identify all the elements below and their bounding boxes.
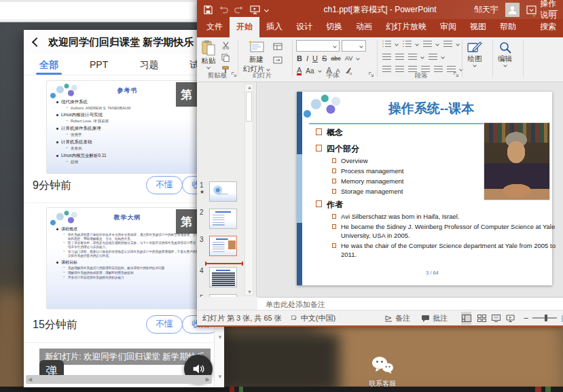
slide-sidebar-segment — [297, 154, 302, 223]
group-separator — [377, 40, 378, 77]
tab-design[interactable]: 设计 — [289, 17, 319, 37]
tell-me-search[interactable]: 操作说明搜索 — [532, 0, 563, 37]
numbering-icon[interactable] — [403, 41, 412, 48]
tab-home[interactable]: 开始 — [230, 17, 259, 37]
scrollbar-thumb[interactable] — [246, 92, 252, 122]
slide-sorter-view-button[interactable] — [477, 312, 487, 325]
slide-editing-area[interactable]: 操作系统--课本 概念 四个部分 Overview Process manage… — [257, 82, 563, 297]
normal-view-button[interactable] — [461, 312, 471, 325]
spellcheck-icon[interactable] — [291, 314, 297, 322]
account-name[interactable]: 邹天宇 — [474, 4, 498, 16]
tab-animations[interactable]: 动画 — [349, 17, 379, 37]
zoom-out-button[interactable]: − — [524, 313, 529, 323]
group-separator — [492, 40, 493, 77]
tell-me-label: 操作说明搜索 — [540, 0, 563, 33]
tab-help[interactable]: 帮助 — [493, 17, 523, 37]
undo-icon[interactable] — [219, 5, 228, 14]
text-direction-icon[interactable] — [443, 41, 452, 48]
character-spacing-button[interactable]: AV — [345, 55, 352, 62]
tab-file[interactable]: 文件 — [197, 17, 230, 37]
scroll-down-icon[interactable]: ▼ — [217, 374, 223, 380]
columns-icon[interactable] — [408, 54, 417, 60]
scroll-right-icon[interactable]: ▶ — [206, 376, 210, 382]
align-text-icon[interactable] — [429, 54, 437, 60]
current-slide[interactable]: 操作系统--课本 概念 四个部分 Overview Process manage… — [297, 92, 552, 285]
edit-button[interactable]: 编辑 — [498, 41, 512, 67]
thumb-number: 5★ — [200, 294, 209, 297]
scroll-down-icon[interactable]: ▼ — [247, 289, 252, 294]
wechat-contact-shortcut[interactable]: 联系客服 — [359, 356, 406, 389]
customize-qat-icon[interactable] — [264, 7, 269, 12]
slide-thumbnail-3-current[interactable] — [209, 236, 237, 256]
bullets-icon[interactable] — [382, 41, 391, 48]
slide-thumbnail-5[interactable] — [209, 294, 237, 297]
line-spacing-icon[interactable] — [423, 41, 432, 48]
slide-thumbnail-4[interactable] — [209, 267, 237, 287]
thumb-number: 2 — [200, 209, 209, 216]
scroll-down-icon[interactable]: ▼ — [217, 334, 223, 340]
dialog-launcher-icon[interactable] — [231, 71, 237, 77]
zoom-slider-thumb[interactable] — [545, 315, 547, 321]
slide-title[interactable]: 操作系统--课本 — [338, 100, 525, 118]
paste-button[interactable]: 粘贴 — [201, 40, 216, 69]
strip-segment — [239, 387, 243, 392]
background-window-edge[interactable] — [0, 0, 206, 22]
slide-sub-bullet: He became the Sidney J. Weinberg Profess… — [332, 223, 556, 240]
slide-card-syllabus[interactable]: 教学大纲 第 课程概述 操作系统课程是计算机科学技术专业的专业基础课，通过操作系… — [46, 207, 208, 309]
scroll-left-icon[interactable]: ◀ — [28, 376, 32, 382]
slide-thumbnail-1[interactable] — [209, 181, 237, 202]
copy-icon[interactable] — [221, 54, 230, 62]
dialog-launcher-icon[interactable] — [453, 71, 459, 77]
scroll-up-icon[interactable]: ▲ — [247, 85, 252, 90]
tab-insert[interactable]: 插入 — [259, 17, 289, 37]
horizontal-scrollbar[interactable]: ◀ ▶ — [26, 375, 212, 384]
tab-review[interactable]: 审阅 — [433, 17, 463, 37]
decrease-indent-icon[interactable] — [382, 54, 391, 60]
spacing-dropdown-icon[interactable] — [356, 56, 360, 60]
back-icon[interactable] — [32, 37, 41, 47]
thumb-number: 4 — [200, 267, 209, 274]
zoom-slider[interactable] — [532, 317, 557, 319]
save-icon[interactable] — [204, 5, 213, 14]
tab-slideshow[interactable]: 幻灯片放映 — [379, 17, 433, 37]
tab-transitions[interactable]: 切换 — [319, 17, 349, 37]
language-indicator[interactable]: 中文(中国) — [301, 313, 335, 323]
slideshow-view-button[interactable] — [505, 312, 515, 325]
reset-slide-icon[interactable] — [273, 56, 283, 64]
tab-ppt[interactable]: PPT — [74, 54, 124, 75]
italic-button[interactable]: I — [306, 54, 308, 63]
new-slide-button[interactable]: 新建 幻灯片 — [243, 40, 270, 74]
shadow-button[interactable]: abc — [331, 55, 341, 62]
strikethrough-button[interactable]: S — [322, 54, 327, 63]
slide-card-reference-books[interactable]: 参考书 第 现代操作系统 Authors: ANDREW S. TANENBAU… — [46, 80, 208, 174]
font-name-combo[interactable] — [296, 40, 340, 52]
dont-understand-button[interactable]: 不懂 — [146, 176, 183, 194]
slide-thumbnail-2[interactable] — [209, 209, 237, 229]
draw-button[interactable]: 绘图 — [467, 41, 482, 67]
thumbnail-scrollbar[interactable]: ▲ ▼ — [244, 84, 253, 296]
card-bullet-list: 现代操作系统 Authors: ANDREW S. TANENBAUM Linu… — [56, 99, 208, 164]
font-color-button[interactable]: A — [297, 67, 302, 75]
reading-view-button[interactable] — [491, 312, 501, 325]
bold-button[interactable]: B — [297, 54, 302, 63]
increase-indent-icon[interactable] — [395, 54, 404, 60]
strip-segment — [545, 387, 551, 392]
app-tab-bar: 全部 PPT 习题 试卷 — [24, 54, 224, 75]
tab-all[interactable]: 全部 — [24, 54, 74, 75]
tab-view[interactable]: 视图 — [463, 17, 493, 37]
avatar[interactable] — [505, 3, 520, 17]
comments-toggle[interactable]: 批注 — [421, 313, 448, 323]
layout-icon[interactable] — [273, 43, 283, 50]
start-slideshow-icon[interactable] — [250, 5, 260, 14]
group-separator — [523, 40, 524, 77]
dont-understand-button[interactable]: 不懂 — [146, 315, 183, 334]
notes-pane[interactable]: 单击此处添加备注 — [257, 297, 563, 310]
tab-exercises[interactable]: 习题 — [124, 54, 175, 75]
dialog-launcher-icon[interactable] — [368, 71, 374, 77]
font-size-combo[interactable] — [342, 40, 366, 52]
underline-button[interactable]: U — [312, 54, 318, 63]
cut-icon[interactable] — [221, 41, 230, 50]
redo-icon[interactable] — [234, 5, 244, 14]
notes-toggle[interactable]: 备注 — [384, 313, 410, 323]
align-left-icon[interactable] — [382, 66, 391, 73]
